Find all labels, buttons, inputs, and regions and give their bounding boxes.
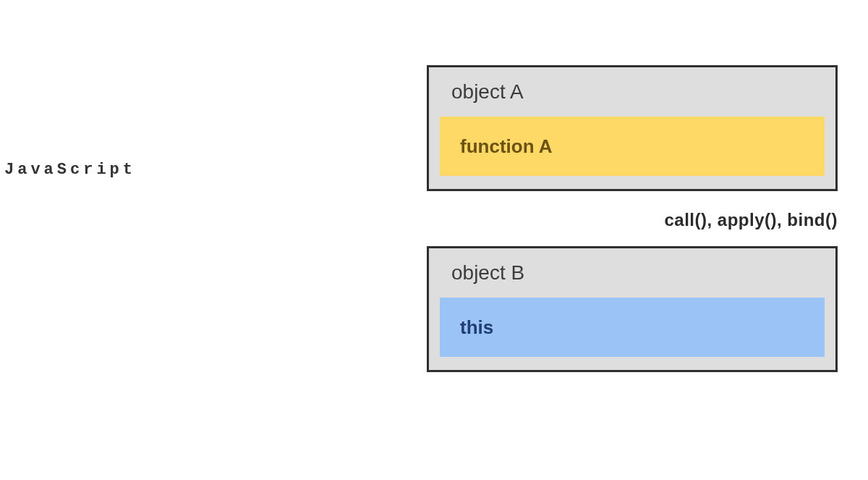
object-b-box: object B this — [427, 246, 838, 372]
diagram-area: object A function A call(), apply(), bin… — [427, 65, 838, 372]
methods-label: call(), apply(), bind() — [427, 210, 838, 230]
this-box: this — [440, 298, 825, 357]
object-a-title: object A — [440, 77, 825, 104]
side-label: JavaScript — [4, 161, 136, 179]
function-a-box: function A — [440, 117, 825, 176]
function-a-label: function A — [460, 135, 553, 158]
object-a-box: object A function A — [427, 65, 838, 191]
object-b-title: object B — [440, 258, 825, 285]
this-label: this — [460, 316, 493, 339]
